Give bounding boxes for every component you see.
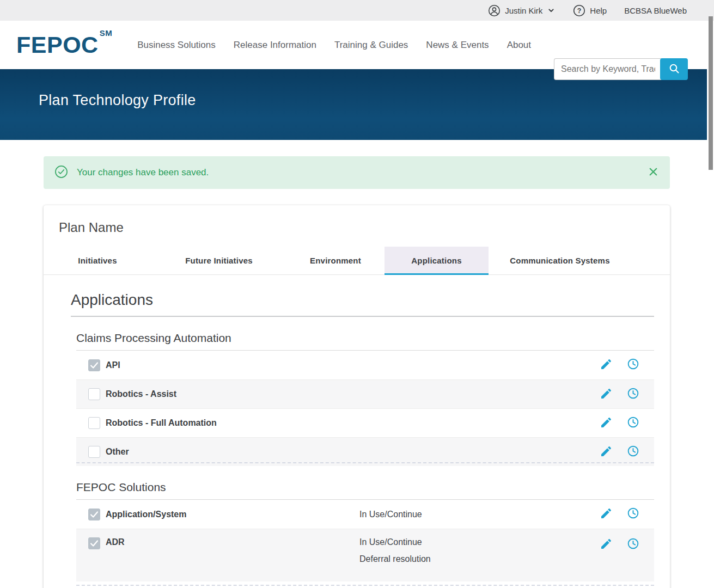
edit-button[interactable] xyxy=(600,416,613,431)
table-row: ADR In Use/Continue Deferral resolution xyxy=(76,529,654,581)
row-label: Robotics - Assist xyxy=(106,389,359,399)
logo-superscript: SM xyxy=(100,28,113,38)
tab-initiatives[interactable]: Initiatives xyxy=(44,247,151,274)
utility-bar: Justin Kirk ? Help BCBSA BlueWeb xyxy=(0,0,714,21)
table-row: Robotics - Full Automation xyxy=(76,408,654,437)
table-row: Application/System In Use/Continue xyxy=(76,500,654,529)
account-icon xyxy=(488,4,501,17)
success-alert: Your changes have been saved. xyxy=(44,156,670,189)
row-label: Robotics - Full Automation xyxy=(106,418,359,428)
tab-bar: Initiatives Future Initiatives Environme… xyxy=(44,247,670,275)
history-button[interactable] xyxy=(627,445,639,460)
row-actions xyxy=(600,358,639,372)
help-link[interactable]: ? Help xyxy=(573,4,607,17)
user-name: Justin Kirk xyxy=(505,6,542,15)
history-button[interactable] xyxy=(627,416,639,431)
history-button[interactable] xyxy=(627,507,639,522)
nav-release-information[interactable]: Release Information xyxy=(234,40,316,51)
group-fepoc-solutions: FEPOC Solutions Application/System In Us… xyxy=(76,481,654,586)
edit-pencil-icon xyxy=(600,507,613,522)
help-label: Help xyxy=(590,6,607,15)
check-circle-icon xyxy=(54,165,68,181)
history-clock-icon xyxy=(627,445,639,460)
history-clock-icon xyxy=(627,507,639,522)
row-status: In Use/Continue xyxy=(359,510,600,519)
group-title: Claims Processing Automation xyxy=(76,332,654,345)
group-title: FEPOC Solutions xyxy=(76,481,654,494)
chevron-down-icon xyxy=(547,6,556,15)
close-icon xyxy=(648,166,659,179)
search-button[interactable] xyxy=(660,58,688,80)
alert-close-button[interactable] xyxy=(645,164,661,181)
row-note: Deferral resolution xyxy=(359,554,600,564)
history-clock-icon xyxy=(627,387,639,402)
logo[interactable]: FEPOCSM xyxy=(16,32,112,58)
history-button[interactable] xyxy=(627,387,639,402)
history-button[interactable] xyxy=(627,358,639,372)
table-row: Robotics - Assist xyxy=(76,379,654,408)
edit-pencil-icon xyxy=(600,387,613,402)
table-row: Other xyxy=(76,437,654,466)
edit-button[interactable] xyxy=(600,387,613,402)
tab-environment[interactable]: Environment xyxy=(286,247,385,274)
edit-button[interactable] xyxy=(600,358,613,372)
main-nav: Business Solutions Release Information T… xyxy=(137,40,531,51)
checkbox[interactable] xyxy=(88,417,100,429)
edit-button[interactable] xyxy=(600,445,613,460)
edit-pencil-icon xyxy=(600,358,613,372)
checkbox[interactable] xyxy=(88,537,100,549)
scrollbar-thumb[interactable] xyxy=(709,16,713,170)
row-label: Other xyxy=(106,447,359,457)
history-clock-icon xyxy=(627,537,639,552)
row-label: ADR xyxy=(106,537,359,547)
row-actions xyxy=(600,507,639,522)
logo-text: FEPOC xyxy=(16,32,99,58)
row-actions xyxy=(600,445,639,460)
search-input[interactable] xyxy=(554,58,662,80)
page-title: Plan Technology Profile xyxy=(39,92,714,109)
alert-message: Your changes have been saved. xyxy=(77,167,209,178)
edit-pencil-icon xyxy=(600,416,613,431)
nav-training-guides[interactable]: Training & Guides xyxy=(334,40,408,51)
row-actions xyxy=(600,387,639,402)
row-actions xyxy=(600,537,639,552)
group-claims-processing-automation: Claims Processing Automation API xyxy=(76,332,654,466)
checkbox[interactable] xyxy=(88,388,100,400)
tab-future-initiatives[interactable]: Future Initiatives xyxy=(151,247,286,274)
search-bar xyxy=(554,58,688,80)
nav-news-events[interactable]: News & Events xyxy=(426,40,489,51)
history-clock-icon xyxy=(627,416,639,431)
user-menu[interactable]: Justin Kirk xyxy=(488,4,556,17)
card-title: Plan Name xyxy=(44,205,670,235)
checkbox[interactable] xyxy=(88,446,100,458)
help-icon: ? xyxy=(573,4,585,17)
edit-button[interactable] xyxy=(600,537,613,552)
checkbox[interactable] xyxy=(88,359,100,371)
nav-business-solutions[interactable]: Business Solutions xyxy=(137,40,216,51)
table-row: API xyxy=(76,351,654,379)
svg-text:?: ? xyxy=(577,7,582,14)
site-header: FEPOCSM Business Solutions Release Infor… xyxy=(0,21,714,69)
section-divider xyxy=(71,316,654,317)
row-label: API xyxy=(106,360,359,370)
history-clock-icon xyxy=(627,358,639,372)
edit-pencil-icon xyxy=(600,445,613,460)
plan-card: Plan Name Initiatives Future Initiatives… xyxy=(44,205,670,588)
page: Justin Kirk ? Help BCBSA BlueWeb FEPOCSM… xyxy=(0,0,714,588)
row-label: Application/System xyxy=(106,510,359,519)
blueweb-link[interactable]: BCBSA BlueWeb xyxy=(624,6,687,15)
group-end-divider xyxy=(76,585,654,586)
checkbox[interactable] xyxy=(88,509,100,520)
group-rows: Application/System In Use/Continue ADR xyxy=(76,500,654,581)
tab-applications[interactable]: Applications xyxy=(385,247,489,274)
section-title: Applications xyxy=(71,291,654,309)
row-status: In Use/Continue xyxy=(359,537,600,547)
applications-section: Applications Claims Processing Automatio… xyxy=(44,291,670,586)
edit-pencil-icon xyxy=(600,537,613,552)
group-rows: API Robotics - Assist xyxy=(76,351,654,466)
tab-communication-systems[interactable]: Communication Systems xyxy=(489,247,631,274)
history-button[interactable] xyxy=(627,537,639,552)
row-actions xyxy=(600,416,639,431)
nav-about[interactable]: About xyxy=(507,40,531,51)
edit-button[interactable] xyxy=(600,507,613,522)
